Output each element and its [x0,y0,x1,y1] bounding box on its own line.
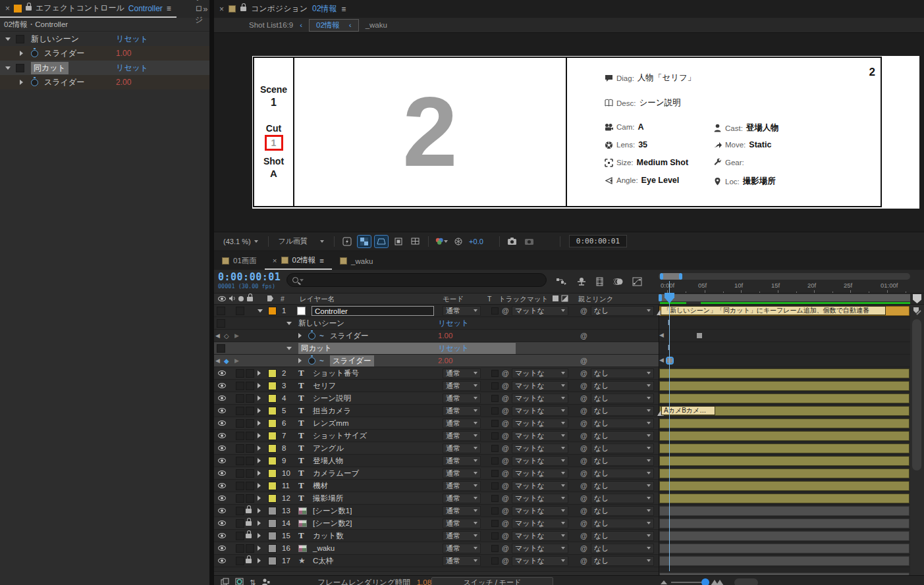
video-switch[interactable] [218,405,226,417]
effect-enable-checkbox[interactable] [16,35,24,43]
layer-name[interactable]: [シーン数1] [313,505,352,517]
layer-row[interactable]: 4Tシーン説明通常@マットな@なし [214,392,659,405]
track-matte-dropdown[interactable]: マットな [512,519,568,528]
label-chip[interactable] [268,367,277,379]
time-navigator[interactable] [659,273,910,280]
matte-cell[interactable]: マットな [512,467,568,479]
track-matte-dropdown[interactable]: マットな [512,369,568,378]
composition-mini-flowchart-icon[interactable] [556,277,568,286]
parent-pickwhip-icon[interactable]: @ [580,492,587,504]
track-matte-dropdown[interactable]: マットな [512,556,568,566]
lock-switch[interactable] [246,455,254,467]
video-switch[interactable] [218,442,226,454]
exposure-icon[interactable] [452,236,465,247]
track-matte-dropdown[interactable]: マットな [512,494,568,503]
lock-switch[interactable] [246,467,254,479]
matte-cell[interactable]: マットな [512,417,568,429]
navigator-end-handle[interactable] [679,273,682,280]
twirl-icon[interactable] [20,80,23,85]
parent-link-dropdown[interactable]: なし [591,444,654,453]
label-chip[interactable] [268,517,277,529]
effect-reset-link[interactable]: リセット [438,342,469,354]
mode-column-header[interactable]: モード [443,295,464,304]
track-matte-dropdown[interactable]: マットな [512,431,568,441]
matte-cell[interactable]: マットな [512,305,568,317]
grid-guides-icon[interactable] [409,236,422,247]
label-chip[interactable] [268,505,277,517]
layer-row-track[interactable]: AカメBカメ… [659,405,910,417]
blend-mode-dropdown[interactable]: 通常 [443,481,481,491]
snapshot-icon[interactable] [506,236,519,247]
matte-toggle[interactable] [491,392,499,404]
lock-switch[interactable] [246,517,252,529]
solo-switch[interactable] [236,305,244,317]
twirl-icon[interactable] [298,355,302,367]
label-chip[interactable] [268,530,277,542]
parent-cell[interactable]: なし [591,392,654,404]
parent-link-dropdown[interactable]: なし [591,469,654,478]
lock-switch[interactable] [246,542,254,554]
matte-pickwhip-icon[interactable]: @ [502,380,509,392]
mode-cell[interactable]: 通常 [443,367,481,379]
video-switch[interactable] [218,380,226,392]
next-keyframe-icon[interactable]: ▶ [234,355,239,367]
solo-switch[interactable] [236,505,244,517]
effect-reset-link[interactable]: リセット [116,63,148,74]
layer-row-track[interactable] [659,517,910,530]
twirl-icon[interactable] [258,455,261,467]
parent-cell[interactable]: なし [591,467,654,479]
work-area-start-handle[interactable] [659,294,662,301]
exposure-value[interactable]: +0.0 [469,238,483,245]
label-chip[interactable] [268,405,277,417]
layer-row[interactable]: 13[シーン数1]通常@マットな@なし [214,505,659,517]
mask-visibility-icon[interactable] [375,236,388,247]
channel-dropdown-icon[interactable] [435,236,448,247]
matte-cell[interactable]: マットな [512,530,568,542]
layer-name[interactable]: アングル [313,442,344,454]
next-keyframe-icon[interactable]: ▶ [234,330,239,342]
layer-row-track[interactable] [659,505,910,517]
layer-duration-bar[interactable] [659,531,910,541]
layer-row[interactable]: 10Tカメラムーブ通常@マットな@なし [214,467,659,480]
layer-name[interactable]: C太枠 [313,555,333,567]
video-switch[interactable] [218,467,226,479]
blend-mode-dropdown[interactable]: 通常 [443,381,481,391]
matte-pickwhip-icon[interactable]: @ [502,530,509,542]
layer-duration-bar[interactable] [659,381,910,391]
track-matte-dropdown[interactable]: マットな [512,456,568,466]
mode-cell[interactable]: 通常 [443,417,481,429]
track-matte-dropdown[interactable]: マットな [512,419,568,428]
layer-duration-bar[interactable] [659,506,910,516]
lock-switch[interactable] [246,480,254,492]
parent-pickwhip-icon[interactable]: @ [580,305,587,317]
blend-mode-dropdown[interactable]: 通常 [443,431,481,441]
matte-cell[interactable]: マットな [512,442,568,454]
matte-toggle[interactable] [491,467,499,479]
solo-switch[interactable] [236,555,244,567]
prev-keyframe-icon[interactable]: ◀ [215,355,220,367]
blend-mode-dropdown[interactable]: 通常 [443,544,481,553]
effect-enable-checkbox[interactable] [16,64,24,72]
layer-name[interactable]: _waku [313,542,335,554]
current-timecode[interactable]: 0:00:00:01 [218,271,286,283]
video-switch[interactable] [218,542,226,554]
label-chip[interactable] [268,467,277,479]
layer-row-track[interactable] [659,530,910,542]
mode-cell[interactable]: 通常 [443,492,481,504]
mode-cell[interactable]: 通常 [443,530,481,542]
matte-toggle[interactable] [491,305,499,317]
solo-switch[interactable] [236,542,244,554]
matte-toggle[interactable] [491,542,499,554]
video-switch[interactable] [218,430,226,442]
solo-switch[interactable] [236,367,244,379]
matte-pickwhip-icon[interactable]: @ [502,405,509,417]
effect-group-row-track[interactable]: I [659,317,910,330]
parent-cell[interactable]: なし [591,542,654,554]
layer-name[interactable]: カメラムーブ [313,467,359,479]
lock-switch[interactable] [246,492,254,504]
lock-switch[interactable] [246,505,252,517]
twirl-icon[interactable] [258,430,261,442]
resolution-dropdown[interactable]: フル画質 [275,235,329,247]
zoom-in-icon[interactable] [713,580,724,585]
slider-name[interactable]: スライダー [44,48,84,59]
